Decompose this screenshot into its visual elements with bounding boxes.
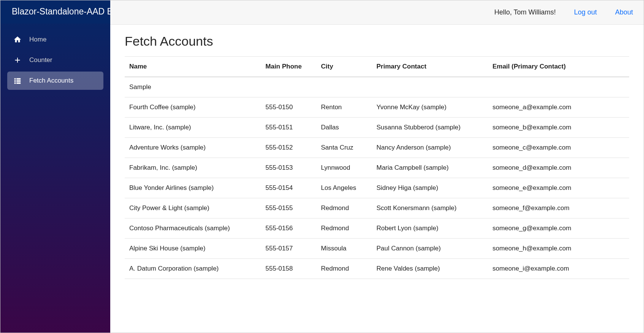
cell-email: someone_e@example.com (488, 178, 629, 198)
main: Hello, Tom Williams! Log out About Fetch… (110, 0, 644, 333)
content: Fetch Accounts Name Main Phone City Prim… (110, 25, 644, 288)
col-email: Email (Primary Contact) (488, 57, 629, 77)
table-row: Fourth Coffee (sample)555-0150RentonYvon… (125, 97, 629, 118)
col-phone: Main Phone (261, 57, 316, 77)
cell-phone: 555-0157 (261, 239, 316, 259)
table-row: Blue Yonder Airlines (sample)555-0154Los… (125, 178, 629, 198)
cell-phone: 555-0154 (261, 178, 316, 198)
cell-city: Los Angeles (316, 178, 372, 198)
nav-item-counter[interactable]: Counter (7, 51, 103, 69)
plus-icon (13, 56, 22, 64)
nav-item-fetch-accounts[interactable]: Fetch Accounts (7, 72, 103, 90)
cell-name: Contoso Pharmaceuticals (sample) (125, 218, 261, 239)
list-icon (13, 76, 22, 85)
cell-city: Redmond (316, 218, 372, 239)
cell-name: Fabrikam, Inc. (sample) (125, 158, 261, 178)
cell-name: Fourth Coffee (sample) (125, 97, 261, 118)
cell-email: someone_d@example.com (488, 158, 629, 178)
greeting-text: Hello, Tom Williams! (494, 8, 556, 16)
topbar: Hello, Tom Williams! Log out About (110, 0, 644, 25)
cell-contact: Robert Lyon (sample) (372, 218, 488, 239)
col-contact: Primary Contact (372, 57, 488, 77)
cell-phone: 555-0150 (261, 97, 316, 118)
cell-city: Dallas (316, 118, 372, 138)
cell-name: Litware, Inc. (sample) (125, 118, 261, 138)
cell-city: Redmond (316, 198, 372, 218)
cell-email: someone_i@example.com (488, 259, 629, 279)
cell-phone: 555-0151 (261, 118, 316, 138)
logout-link[interactable]: Log out (574, 8, 597, 16)
table-row: A. Datum Corporation (sample)555-0158Red… (125, 259, 629, 279)
cell-name: City Power & Light (sample) (125, 198, 261, 218)
cell-name: Sample (125, 77, 261, 97)
sidebar: Blazor-Standalone-AAD Exan Home Counter … (0, 0, 110, 333)
cell-name: Adventure Works (sample) (125, 138, 261, 158)
cell-name: Blue Yonder Airlines (sample) (125, 178, 261, 198)
table-row: Adventure Works (sample)555-0152Santa Cr… (125, 138, 629, 158)
page-title: Fetch Accounts (125, 34, 629, 49)
cell-contact: Sidney Higa (sample) (372, 178, 488, 198)
app-title: Blazor-Standalone-AAD Exan (0, 0, 110, 24)
cell-city: Missoula (316, 239, 372, 259)
cell-contact (372, 77, 488, 97)
about-link[interactable]: About (615, 8, 633, 16)
cell-name: A. Datum Corporation (sample) (125, 259, 261, 279)
cell-phone: 555-0152 (261, 138, 316, 158)
table-row: Fabrikam, Inc. (sample)555-0153LynnwoodM… (125, 158, 629, 178)
table-row: Litware, Inc. (sample)555-0151DallasSusa… (125, 118, 629, 138)
cell-city (316, 77, 372, 97)
nav-item-home[interactable]: Home (7, 30, 103, 49)
cell-email: someone_g@example.com (488, 218, 629, 239)
home-icon (13, 35, 22, 44)
col-city: City (316, 57, 372, 77)
accounts-table: Name Main Phone City Primary Contact Ema… (125, 56, 629, 279)
cell-city: Redmond (316, 259, 372, 279)
table-header-row: Name Main Phone City Primary Contact Ema… (125, 57, 629, 77)
cell-email: someone_f@example.com (488, 198, 629, 218)
cell-contact: Maria Campbell (sample) (372, 158, 488, 178)
cell-email: someone_b@example.com (488, 118, 629, 138)
table-row: City Power & Light (sample)555-0155Redmo… (125, 198, 629, 218)
cell-contact: Rene Valdes (sample) (372, 259, 488, 279)
table-row: Alpine Ski House (sample)555-0157Missoul… (125, 239, 629, 259)
cell-email: someone_a@example.com (488, 97, 629, 118)
nav: Home Counter Fetch Accounts (0, 24, 110, 97)
cell-email: someone_h@example.com (488, 239, 629, 259)
cell-contact: Nancy Anderson (sample) (372, 138, 488, 158)
cell-contact: Yvonne McKay (sample) (372, 97, 488, 118)
cell-city: Santa Cruz (316, 138, 372, 158)
cell-phone: 555-0153 (261, 158, 316, 178)
nav-item-label: Fetch Accounts (29, 77, 73, 84)
cell-contact: Scott Konersmann (sample) (372, 198, 488, 218)
table-row: Contoso Pharmaceuticals (sample)555-0156… (125, 218, 629, 239)
cell-contact: Paul Cannon (sample) (372, 239, 488, 259)
cell-phone: 555-0155 (261, 198, 316, 218)
cell-email: someone_c@example.com (488, 138, 629, 158)
nav-item-label: Home (29, 36, 46, 43)
cell-phone: 555-0156 (261, 218, 316, 239)
cell-contact: Susanna Stubberod (sample) (372, 118, 488, 138)
cell-name: Alpine Ski House (sample) (125, 239, 261, 259)
cell-city: Renton (316, 97, 372, 118)
cell-phone: 555-0158 (261, 259, 316, 279)
cell-email (488, 77, 629, 97)
col-name: Name (125, 57, 261, 77)
nav-item-label: Counter (29, 56, 52, 64)
table-row: Sample (125, 77, 629, 97)
cell-phone (261, 77, 316, 97)
cell-city: Lynnwood (316, 158, 372, 178)
